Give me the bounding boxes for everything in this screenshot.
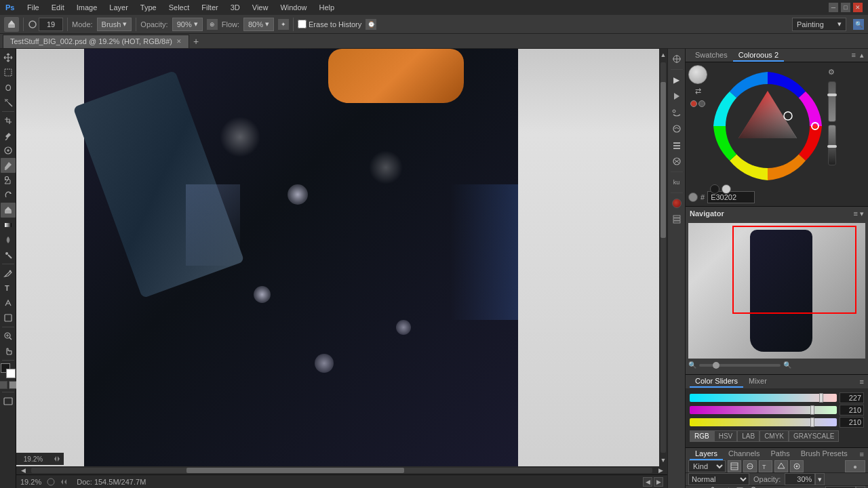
tool-blur[interactable] — [1, 232, 16, 247]
background-color[interactable] — [6, 369, 16, 378]
scroll-right-btn[interactable]: ▶ — [654, 466, 667, 474]
nav-zoom-minus[interactable]: 🔍 — [688, 361, 696, 369]
flow-control[interactable]: 80% ▾ — [243, 18, 274, 31]
nav-zoom-slider[interactable] — [699, 364, 781, 367]
airbrush-btn[interactable]: ✦ — [278, 19, 289, 30]
scroll-left-btn[interactable]: ◀ — [16, 466, 30, 474]
mode-lab[interactable]: LAB — [737, 430, 760, 442]
menu-window[interactable]: Window — [275, 2, 312, 13]
tool-crosshair[interactable] — [669, 52, 684, 66]
tool-properties[interactable] — [669, 138, 684, 152]
menu-select[interactable]: Select — [163, 2, 195, 13]
slider-yellow-track[interactable] — [690, 418, 837, 426]
next-frame-btn[interactable]: ▶ — [654, 477, 663, 487]
tab-paths[interactable]: Paths — [766, 448, 795, 460]
menu-edit[interactable]: Edit — [46, 2, 70, 13]
menu-layer[interactable]: Layer — [104, 2, 134, 13]
slider-magenta-thumb[interactable] — [810, 405, 814, 415]
panel-options-btn[interactable]: ≡ — [850, 51, 858, 60]
scroll-up-btn[interactable]: ▲ — [659, 49, 667, 61]
tool-heal[interactable] — [1, 143, 16, 158]
menu-file[interactable]: File — [22, 2, 45, 13]
opacity-dropdown-btn[interactable]: ▾ — [815, 473, 825, 485]
bg-swatch-small[interactable] — [722, 184, 731, 194]
panel-collapse-btn[interactable]: ▴ — [860, 51, 864, 60]
brush-size-input[interactable] — [39, 18, 63, 31]
canvas-container[interactable]: ◀ ▶ ▲ ▼ 19.2% — [16, 49, 667, 474]
slider-cyan-value[interactable] — [840, 392, 864, 403]
filter-shape-btn[interactable] — [774, 460, 788, 472]
opacity-jitter-btn[interactable]: ⊕ — [207, 19, 218, 30]
erase-to-history-label[interactable]: Erase to History — [298, 20, 361, 28]
sliders-header[interactable]: Color Sliders Mixer ≡ — [686, 375, 868, 388]
tool-extra1[interactable]: ku — [669, 175, 684, 190]
color-settings-btn[interactable]: ⚙ — [828, 68, 837, 77]
h-scroll-thumb[interactable] — [186, 468, 404, 473]
tool-zoom[interactable] — [1, 329, 16, 344]
tool-gradient[interactable] — [1, 218, 16, 232]
tool-shape[interactable] — [1, 310, 16, 325]
new-doc-btn[interactable]: + — [189, 35, 203, 48]
tool-lasso[interactable] — [1, 80, 16, 95]
slider-cyan-thumb[interactable] — [819, 393, 823, 403]
tool-eyedropper[interactable] — [1, 128, 16, 143]
color-indicator-2[interactable] — [698, 100, 705, 107]
workspace-dropdown[interactable]: Painting ▾ — [792, 18, 846, 31]
nav-zoom-plus[interactable]: 🔍 — [783, 361, 791, 369]
search-btn[interactable]: 🔍 — [853, 19, 864, 30]
tool-correction[interactable] — [669, 121, 684, 136]
tool-rect-select[interactable] — [1, 65, 16, 80]
blend-mode-select[interactable]: Normal — [688, 473, 749, 485]
tab-swatches[interactable]: Swatches — [690, 49, 733, 62]
tool-crop[interactable] — [1, 113, 16, 128]
color-indicator-1[interactable] — [690, 100, 697, 107]
tool-adjustments[interactable] — [669, 154, 684, 169]
filter-pixel-btn[interactable] — [728, 460, 741, 472]
menu-help[interactable]: Help — [314, 2, 340, 13]
opacity-value-input[interactable] — [785, 473, 815, 485]
filter-type-btn[interactable]: T — [759, 460, 772, 472]
tool-stamp[interactable] — [1, 173, 16, 188]
menu-type[interactable]: Type — [135, 2, 162, 13]
filter-enable-btn[interactable]: ● — [845, 460, 865, 472]
tab-close-btn[interactable]: ✕ — [176, 38, 182, 45]
tool-pen[interactable] — [1, 266, 16, 281]
v-scroll-track[interactable] — [660, 62, 666, 453]
menu-image[interactable]: Image — [71, 2, 103, 13]
slider-cyan-track[interactable] — [690, 394, 837, 402]
maximize-btn[interactable]: □ — [841, 3, 850, 12]
tool-timeline[interactable] — [669, 89, 684, 104]
sliders-options-btn[interactable]: ≡ — [860, 378, 864, 386]
tool-dodge[interactable] — [1, 247, 16, 262]
scroll-down-btn[interactable]: ▼ — [659, 454, 667, 466]
menu-3d[interactable]: 3D — [225, 2, 245, 13]
tool-brush[interactable] — [1, 158, 16, 173]
slider-yellow-thumb[interactable] — [810, 418, 814, 427]
tool-hand[interactable] — [1, 344, 16, 359]
mode-rgb[interactable]: RGB — [690, 430, 714, 442]
tool-eraser[interactable] — [1, 203, 16, 218]
v-slider-2[interactable] — [828, 125, 836, 165]
mode-grayscale[interactable]: GRAYSCALE — [789, 430, 839, 442]
slider-magenta-track[interactable] — [690, 406, 837, 414]
tool-3d-rotate[interactable] — [669, 105, 684, 120]
menu-view[interactable]: View — [247, 2, 274, 13]
tool-text[interactable]: T — [1, 281, 16, 296]
tool-move[interactable] — [1, 50, 16, 65]
slider-magenta-value[interactable] — [840, 405, 864, 415]
tool-history-brush[interactable] — [1, 188, 16, 203]
fg-color-ball[interactable] — [688, 65, 707, 84]
tab-channels[interactable]: Channels — [723, 448, 765, 460]
layers-options-btn[interactable]: ≡ — [860, 450, 864, 458]
tab-color-sliders[interactable]: Color Sliders — [690, 375, 743, 388]
quick-mask-off[interactable] — [0, 381, 7, 389]
tool-path-select[interactable] — [1, 296, 16, 310]
h-scrollbar[interactable]: ◀ ▶ — [16, 466, 667, 474]
tool-swatch-circle[interactable] — [669, 196, 684, 211]
screen-mode-btn[interactable] — [1, 394, 16, 409]
filter-smart-btn[interactable] — [790, 460, 804, 472]
v-scrollbar[interactable]: ▲ ▼ — [659, 49, 667, 466]
filter-adjust-btn[interactable] — [743, 460, 757, 472]
close-btn[interactable]: ✕ — [853, 3, 863, 12]
tool-wand[interactable] — [1, 95, 16, 110]
